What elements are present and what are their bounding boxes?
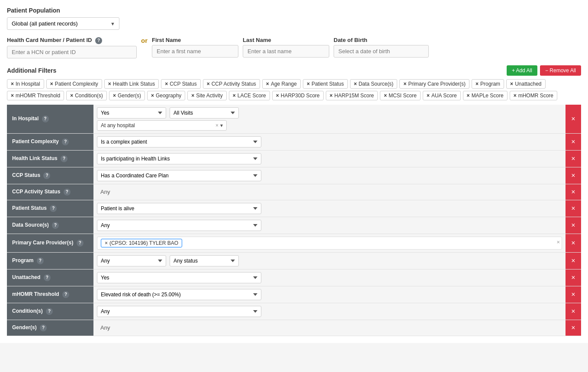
help-icon-genders[interactable]: ? xyxy=(40,324,47,331)
filter-tag[interactable]: ×HARP15M Score xyxy=(326,91,378,100)
filter-delete-btn-ccp-status[interactable]: × xyxy=(568,170,578,181)
filter-delete-btn-data-sources[interactable]: × xyxy=(568,220,578,231)
filter-tag[interactable]: ×Health Link Status xyxy=(104,79,159,89)
filter-delete-btn-conditions[interactable]: × xyxy=(568,306,578,317)
help-icon-data-sources[interactable]: ? xyxy=(52,222,59,229)
filter-delete-btn-primary-care-provider[interactable]: × xyxy=(568,237,578,249)
select-conditions[interactable]: Any xyxy=(97,306,261,317)
select1-program[interactable]: Any xyxy=(97,255,166,266)
filter-tag[interactable]: ×Patient Complexity xyxy=(46,79,102,89)
tag-remove-icon[interactable]: × xyxy=(514,93,517,99)
last-name-input[interactable] xyxy=(243,45,329,58)
filter-tag[interactable]: ×MCSI Score xyxy=(380,91,421,100)
help-icon-ccp-status[interactable]: ? xyxy=(43,172,50,179)
tag-remove-icon[interactable]: × xyxy=(354,81,357,87)
filter-delete-btn-in-hospital[interactable]: × xyxy=(568,113,578,125)
provider-clear-icon[interactable]: × xyxy=(556,239,560,245)
patient-population-select-wrap[interactable]: Global (all patient records) xyxy=(7,17,119,30)
tag-remove-icon[interactable]: × xyxy=(510,81,513,87)
filter-tag[interactable]: ×Unattached xyxy=(506,79,545,89)
select-mhomr-threshold[interactable]: Elevated risk of death (>= 25.00%) xyxy=(97,289,261,300)
filter-tag[interactable]: ×mHOMR Threshold xyxy=(7,91,64,100)
select-patient-status[interactable]: Patient is alive xyxy=(97,203,261,214)
help-icon-program[interactable]: ? xyxy=(37,257,44,264)
select-unattached[interactable]: Yes xyxy=(97,272,261,283)
hospital-clear-icon[interactable]: × xyxy=(215,122,218,128)
filter-delete-btn-health-link-status[interactable]: × xyxy=(568,153,578,164)
provider-tag: × (CPSO: 104196) TYLER BAO xyxy=(101,239,182,247)
filter-delete-btn-patient-status[interactable]: × xyxy=(568,203,578,214)
filter-tag[interactable]: ×Site Activity xyxy=(187,91,226,100)
tag-remove-icon[interactable]: × xyxy=(11,93,14,99)
help-icon-unattached[interactable]: ? xyxy=(44,274,51,281)
filter-tag[interactable]: ×MAPLe Score xyxy=(463,91,508,100)
help-icon-patient-status[interactable]: ? xyxy=(50,205,57,212)
filter-tag[interactable]: ×Condition(s) xyxy=(66,91,107,100)
select-patient-complexity[interactable]: Is a complex patient xyxy=(97,136,261,148)
filter-tag[interactable]: ×Primary Care Provider(s) xyxy=(399,79,469,89)
filter-tag[interactable]: ×CCP Status xyxy=(161,79,201,89)
tag-remove-icon[interactable]: × xyxy=(403,81,406,87)
filter-tag[interactable]: ×AUA Score xyxy=(423,91,461,100)
tag-remove-icon[interactable]: × xyxy=(476,81,479,87)
filter-delete-btn-patient-complexity[interactable]: × xyxy=(568,136,578,148)
tag-remove-icon[interactable]: × xyxy=(151,93,154,99)
help-icon-mhomr-threshold[interactable]: ? xyxy=(62,291,69,298)
filter-tag[interactable]: ×In Hospital xyxy=(7,79,44,89)
tag-remove-icon[interactable]: × xyxy=(266,81,269,87)
remove-all-button[interactable]: − Remove All xyxy=(540,65,581,76)
filter-tag[interactable]: ×Data Source(s) xyxy=(350,79,398,89)
tag-remove-icon[interactable]: × xyxy=(113,93,116,99)
hcn-help-icon[interactable]: ? xyxy=(95,37,102,44)
dob-input[interactable] xyxy=(334,45,429,58)
in-hospital-visits-select[interactable]: All Visits xyxy=(170,107,239,119)
provider-remove-icon[interactable]: × xyxy=(105,240,108,246)
tag-remove-icon[interactable]: × xyxy=(50,81,53,87)
hospital-multiselect[interactable]: At any hospital × ▾ xyxy=(97,120,227,131)
help-icon-patient-complexity[interactable]: ? xyxy=(62,138,69,145)
help-icon-conditions[interactable]: ? xyxy=(46,308,53,315)
help-icon-health-link-status[interactable]: ? xyxy=(61,155,67,162)
filter-tag[interactable]: ×HARP30D Score xyxy=(272,91,324,100)
filter-tag[interactable]: ×Age Range xyxy=(262,79,301,89)
provider-cell[interactable]: × (CPSO: 104196) TYLER BAO × xyxy=(97,237,562,250)
filter-tag[interactable]: ×LACE Score xyxy=(229,91,270,100)
patient-population-select[interactable]: Global (all patient records) xyxy=(7,17,119,30)
tag-remove-icon[interactable]: × xyxy=(330,93,333,99)
tag-remove-icon[interactable]: × xyxy=(70,93,73,99)
tag-remove-icon[interactable]: × xyxy=(427,93,430,99)
tag-remove-icon[interactable]: × xyxy=(11,81,14,87)
filter-tag[interactable]: ×Patient Status xyxy=(303,79,348,89)
filter-tag[interactable]: ×Program xyxy=(472,79,504,89)
tag-remove-icon[interactable]: × xyxy=(307,81,310,87)
select-health-link-status[interactable]: Is participating in Health Links xyxy=(97,153,261,164)
in-hospital-yes-select[interactable]: Yes xyxy=(97,107,166,119)
filter-tag[interactable]: ×Gender(s) xyxy=(109,91,145,100)
select-data-sources[interactable]: Any xyxy=(97,220,261,231)
help-icon-primary-care-provider[interactable]: ? xyxy=(77,240,84,247)
tag-remove-icon[interactable]: × xyxy=(165,81,168,87)
help-icon-ccp-activity-status[interactable]: ? xyxy=(64,189,71,196)
hospital-dropdown-icon[interactable]: ▾ xyxy=(220,122,223,128)
first-name-input[interactable] xyxy=(152,45,238,58)
hcn-input[interactable] xyxy=(7,46,137,58)
add-all-button[interactable]: + Add All xyxy=(507,65,537,76)
filter-delete-btn-mhomr-threshold[interactable]: × xyxy=(568,289,578,300)
filter-tag[interactable]: ×CCP Activity Status xyxy=(203,79,260,89)
tag-remove-icon[interactable]: × xyxy=(191,93,194,99)
select2-program[interactable]: Any status xyxy=(170,255,239,266)
tag-remove-icon[interactable]: × xyxy=(108,81,111,87)
filter-tag[interactable]: ×mHOMR Score xyxy=(510,91,557,100)
help-icon-in-hospital[interactable]: ? xyxy=(42,115,49,122)
filter-tag[interactable]: ×Geography xyxy=(147,91,185,100)
tag-remove-icon[interactable]: × xyxy=(207,81,210,87)
filter-delete-btn-program[interactable]: × xyxy=(568,255,578,266)
tag-remove-icon[interactable]: × xyxy=(384,93,387,99)
tag-remove-icon[interactable]: × xyxy=(467,93,470,99)
tag-remove-icon[interactable]: × xyxy=(233,93,236,99)
filter-delete-btn-ccp-activity-status[interactable]: × xyxy=(568,186,578,198)
select-ccp-status[interactable]: Has a Coordinated Care Plan xyxy=(97,170,261,181)
filter-delete-btn-genders[interactable]: × xyxy=(568,322,578,334)
filter-delete-btn-unattached[interactable]: × xyxy=(568,272,578,283)
tag-remove-icon[interactable]: × xyxy=(276,93,279,99)
